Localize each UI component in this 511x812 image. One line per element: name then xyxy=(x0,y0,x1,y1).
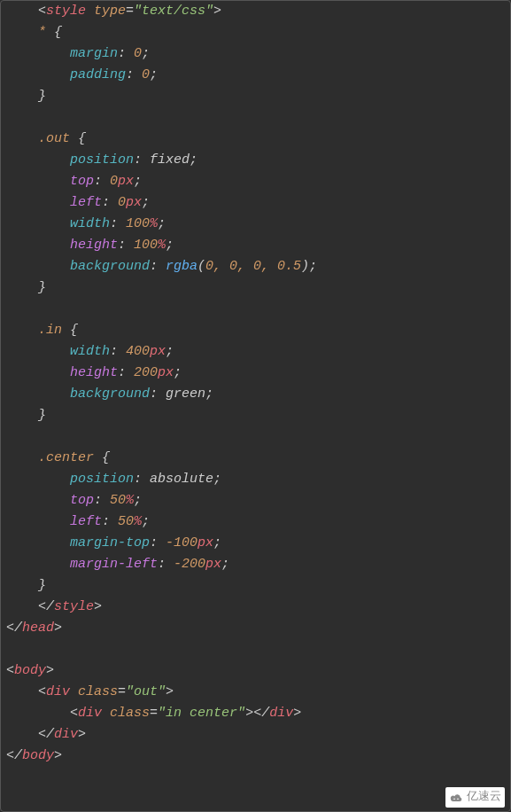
svg-point-1 xyxy=(457,798,459,800)
watermark-badge: 亿速云 xyxy=(445,787,505,808)
tag-style: style xyxy=(46,4,86,19)
code-editor-view: <style type="text/css"> * { margin: 0; p… xyxy=(0,0,511,812)
watermark-text: 亿速云 xyxy=(467,788,501,807)
code-block: <style type="text/css"> * { margin: 0; p… xyxy=(6,1,510,767)
svg-point-0 xyxy=(453,798,455,800)
cloud-icon xyxy=(449,792,463,803)
